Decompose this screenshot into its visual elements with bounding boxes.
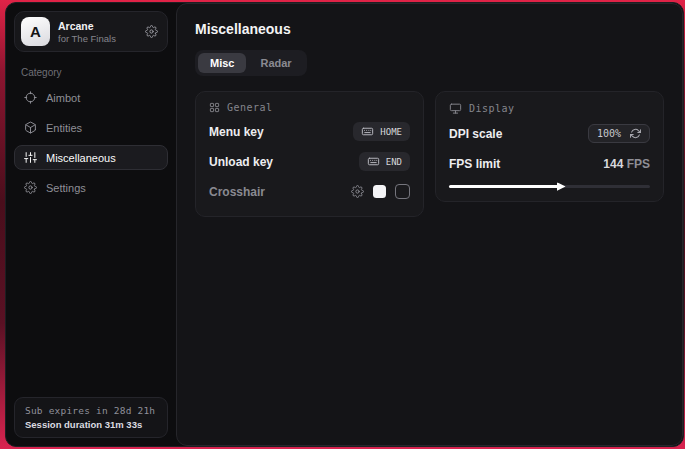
page-title: Miscellaneous	[195, 21, 664, 37]
menu-key-bind-button[interactable]: HOME	[353, 122, 410, 141]
gear-icon[interactable]	[145, 25, 158, 38]
main-panel: Miscellaneous Misc Radar General	[176, 3, 683, 446]
sliders-icon	[24, 151, 37, 164]
sidebar-item-label: Miscellaneous	[46, 152, 116, 164]
unload-key-row: Unload key END	[209, 150, 410, 173]
dpi-scale-value: 100%	[597, 128, 621, 139]
fps-limit-row: FPS limit 144 FPS	[449, 152, 650, 175]
cards-row: General Menu key HOME	[195, 91, 664, 217]
crosshair-checkbox[interactable]	[395, 184, 410, 199]
unload-key-value: END	[386, 157, 402, 167]
unload-key-bind-button[interactable]: END	[359, 152, 410, 171]
sidebar-item-settings[interactable]: Settings	[14, 175, 168, 200]
display-card: Display DPI scale 100%	[435, 91, 664, 202]
unload-key-label: Unload key	[209, 155, 273, 169]
app-window: A Arcane for The Finals Category	[5, 2, 684, 447]
sidebar-item-miscellaneous[interactable]: Miscellaneous	[14, 145, 168, 170]
gear-icon	[24, 181, 37, 194]
category-label: Category	[21, 67, 161, 78]
fps-limit-value: 144 FPS	[603, 157, 650, 171]
subscription-info-card: Sub expires in 28d 21h Session duration …	[14, 397, 168, 438]
sidebar-item-label: Entities	[46, 122, 82, 134]
sidebar: A Arcane for The Finals Category	[6, 3, 176, 446]
tab-bar: Misc Radar	[195, 50, 307, 76]
fps-slider-fill	[449, 185, 562, 188]
sidebar-item-aimbot[interactable]: Aimbot	[14, 85, 168, 110]
menu-key-row: Menu key HOME	[209, 120, 410, 143]
fps-limit-slider[interactable]	[449, 185, 650, 188]
tab-radar[interactable]: Radar	[248, 53, 303, 73]
general-card-title: General	[227, 102, 273, 113]
dpi-scale-label: DPI scale	[449, 127, 502, 141]
crosshair-icon	[24, 91, 37, 104]
dpi-scale-stepper[interactable]: 100%	[588, 124, 650, 143]
display-card-header: Display	[449, 102, 650, 115]
crosshair-color-swatch[interactable]	[373, 185, 386, 198]
app-name: Arcane	[58, 20, 116, 32]
crosshair-label: Crosshair	[209, 185, 265, 199]
fps-limit-label: FPS limit	[449, 157, 500, 171]
keyboard-icon	[361, 125, 374, 138]
display-card-title: Display	[469, 103, 515, 114]
fps-slider-thumb[interactable]	[557, 182, 566, 191]
sidebar-nav: Aimbot Entities	[14, 85, 168, 200]
sidebar-item-label: Aimbot	[46, 92, 80, 104]
sidebar-item-label: Settings	[46, 182, 86, 194]
dpi-scale-row: DPI scale 100%	[449, 122, 650, 145]
monitor-icon	[449, 102, 462, 115]
sidebar-item-entities[interactable]: Entities	[14, 115, 168, 140]
menu-key-value: HOME	[380, 127, 402, 137]
general-card: General Menu key HOME	[195, 91, 424, 217]
crosshair-controls	[351, 184, 410, 199]
brand-card: A Arcane for The Finals	[14, 11, 168, 52]
app-logo: A	[21, 17, 50, 46]
general-card-header: General	[209, 102, 410, 113]
grid-icon	[209, 102, 220, 113]
tab-misc[interactable]: Misc	[198, 53, 246, 73]
gear-icon[interactable]	[351, 185, 364, 198]
app-subtitle: for The Finals	[58, 33, 116, 44]
cube-icon	[24, 121, 37, 134]
keyboard-icon	[367, 155, 380, 168]
menu-key-label: Menu key	[209, 125, 264, 139]
refresh-icon	[630, 128, 641, 139]
sub-expiry-text: Sub expires in 28d 21h	[25, 405, 157, 416]
session-duration-text: Session duration 31m 33s	[25, 419, 157, 430]
brand-text: Arcane for The Finals	[58, 20, 116, 44]
crosshair-row: Crosshair	[209, 180, 410, 203]
